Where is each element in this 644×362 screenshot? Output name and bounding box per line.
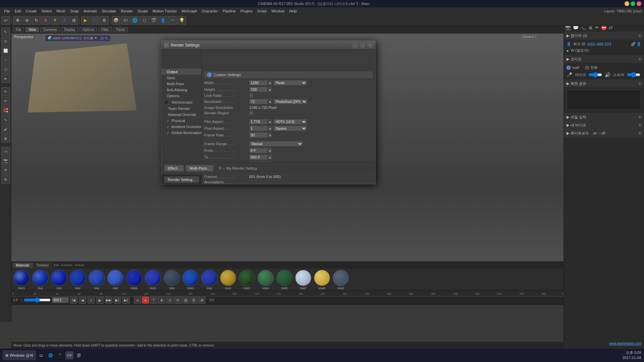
menu-mesh[interactable]: Mesh — [54, 8, 67, 14]
move-btn[interactable]: ✥ — [13, 16, 22, 25]
tv-video-header[interactable]: ▶ 내 비디오 ⚙ — [564, 121, 644, 129]
rs-filmaspect-up[interactable]: ▲ — [268, 119, 272, 124]
render-region-btn[interactable]: ⬛ — [91, 16, 99, 25]
tv-video-gear[interactable]: ⚙ — [638, 123, 641, 127]
rs-filmaspect-preset[interactable]: HDTV (16:9) 4:3 — [273, 119, 307, 124]
menu-animate[interactable]: Animate — [82, 8, 99, 14]
mat-function-label[interactable]: Function — [61, 263, 73, 267]
rec-btn[interactable]: ● — [88, 296, 95, 304]
stop-btn[interactable]: ■ — [134, 296, 141, 304]
light-src-btn[interactable]: ☀ — [1, 166, 10, 174]
material-item-14[interactable]: Mat5 — [276, 270, 293, 290]
tv-wb-gear[interactable]: ⚙ — [638, 131, 641, 135]
menu-script[interactable]: Script — [255, 8, 269, 14]
end-frame-input[interactable] — [52, 297, 69, 303]
undo-btn[interactable]: ↩ — [1, 16, 10, 25]
rs-minimize-btn[interactable]: ─ — [353, 43, 358, 48]
rs-multipass-btn[interactable]: Multi-Pass... — [186, 165, 214, 172]
vp-tab-file[interactable]: File — [13, 27, 24, 32]
menu-simulate[interactable]: Simulate — [100, 8, 118, 14]
light-btn[interactable]: 💡 — [177, 16, 186, 25]
menu-sculpt[interactable]: Sculpt — [136, 8, 150, 14]
vp-tab-filter[interactable]: Filter — [98, 27, 112, 32]
rs-nav-save[interactable]: Save — [161, 75, 201, 81]
rs-from-up[interactable]: ▲ — [268, 148, 272, 153]
taskbar-app1[interactable]: 📱 — [56, 351, 64, 359]
rs-to-input[interactable] — [249, 155, 268, 160]
rs-nav-gi[interactable]: Global Illumination — [161, 130, 201, 136]
tv-speaker-slider[interactable] — [627, 72, 640, 77]
material-item-2[interactable]: Mat — [50, 270, 68, 290]
menu-render[interactable]: Render — [119, 8, 135, 14]
list-btn[interactable]: ☰ — [190, 296, 198, 304]
material-item-4[interactable]: Mat — [88, 270, 105, 290]
rs-nav-physical[interactable]: Physical — [161, 118, 201, 124]
tv-audio-gear[interactable]: ⚙ — [638, 57, 641, 61]
material-item-1[interactable]: Mat — [32, 270, 49, 290]
rs-to-up[interactable]: ▲ — [268, 155, 272, 160]
grid-btn[interactable]: ⊞ — [198, 296, 206, 304]
rs-nav-teamrender[interactable]: Team Render — [161, 106, 201, 112]
play-fwd-btn[interactable]: ▶▶ — [105, 296, 112, 304]
rs-effect-btn[interactable]: Effect... — [164, 165, 184, 172]
live-select-btn[interactable]: ⊙ — [1, 37, 10, 46]
menu-help[interactable]: Help — [287, 8, 299, 14]
menu-snap[interactable]: Snap — [68, 8, 81, 14]
rs-pixelaspect-input[interactable] — [249, 126, 268, 131]
timeline-tab[interactable]: Timeline — [33, 263, 52, 268]
floor-btn[interactable]: ▭ — [1, 147, 10, 156]
material-item-7[interactable]: Mat1 — [144, 270, 162, 290]
tv-phone-option[interactable]: 전화 — [585, 65, 598, 70]
material-item-6[interactable]: Mat6 — [125, 270, 143, 290]
material-item-10[interactable]: Mat — [201, 270, 218, 290]
vp-tab-cameras[interactable]: Cameras — [40, 27, 60, 32]
camera-btn[interactable]: 📷 — [1, 156, 10, 165]
question-btn[interactable]: ? — [150, 296, 157, 304]
keyframe-btn[interactable]: ● — [142, 296, 149, 304]
tv-mic-icon[interactable]: 🎤 — [567, 72, 572, 77]
y-btn[interactable]: Y — [51, 16, 59, 25]
rs-nav-options[interactable]: Options — [161, 93, 201, 99]
poly-select-btn[interactable]: ⬡ — [1, 65, 10, 74]
rs-nav-matoverride[interactable]: Material Override — [161, 112, 201, 118]
render-settings-btn[interactable]: ⚙ — [100, 16, 109, 25]
go-end-btn[interactable]: ▶| — [122, 296, 130, 304]
taskbar-chrome[interactable]: 🌐 — [47, 351, 55, 359]
tv-mic-slider[interactable] — [589, 72, 602, 77]
vp-tab-options[interactable]: Options — [79, 27, 97, 32]
paint-btn[interactable]: 🖌 — [1, 125, 10, 133]
rs-framerate-up[interactable]: ▲ — [268, 132, 272, 138]
freehand-btn[interactable]: ✒ — [1, 74, 10, 83]
material-item-9[interactable]: Mat3 — [182, 270, 199, 290]
rs-framerate-input[interactable] — [249, 132, 268, 138]
mat-edit-label[interactable]: Edit — [54, 263, 59, 267]
rs-nav-multipass[interactable]: Multi-Pass — [161, 81, 201, 87]
power-btn[interactable]: ⏻ — [182, 296, 190, 304]
mat-texture-label[interactable]: Texture — [74, 263, 85, 267]
scale-btn[interactable]: ⊕ — [22, 16, 31, 25]
tags-btn[interactable]: 🏷 — [121, 16, 130, 25]
deformer-btn[interactable]: ≋ — [1, 175, 10, 184]
menu-edit[interactable]: Edit — [13, 8, 23, 14]
menu-motion-tracker[interactable]: Motion Tracker — [151, 8, 179, 14]
rs-framerange-dropdown[interactable]: Manual All Frames Preview Range — [249, 141, 303, 146]
rs-restore-btn[interactable]: □ — [360, 43, 365, 48]
rs-nav-antialiasing[interactable]: Anti-Aliasing — [161, 87, 201, 93]
material-item-11[interactable]: Mat1 — [219, 270, 237, 290]
menu-character[interactable]: Character — [200, 8, 220, 14]
tv-speaker-icon[interactable]: 🔊 — [605, 72, 610, 77]
magnet-btn[interactable]: 🧲 — [1, 106, 10, 115]
menu-file[interactable]: File — [2, 8, 12, 14]
taskbar-cinema4d[interactable]: C4 — [65, 351, 73, 359]
render-btn[interactable]: ▶ — [81, 16, 90, 25]
rect-select-btn[interactable]: ⬜ — [1, 46, 10, 55]
play-btn[interactable]: ▶ — [96, 296, 104, 304]
tv-gear-icon[interactable]: ⚙ — [638, 34, 641, 38]
tv-voip-option[interactable]: VoIP — [567, 65, 580, 70]
menu-select[interactable]: Select — [40, 8, 54, 14]
rs-nav-ao[interactable]: Ambient Occlusion — [161, 124, 201, 130]
rs-lockratio-checkbox[interactable] — [249, 94, 253, 98]
knife-btn[interactable]: ✂ — [1, 87, 10, 96]
anim-btn[interactable]: 🎬 — [149, 16, 158, 25]
menu-create[interactable]: Create — [24, 8, 39, 14]
